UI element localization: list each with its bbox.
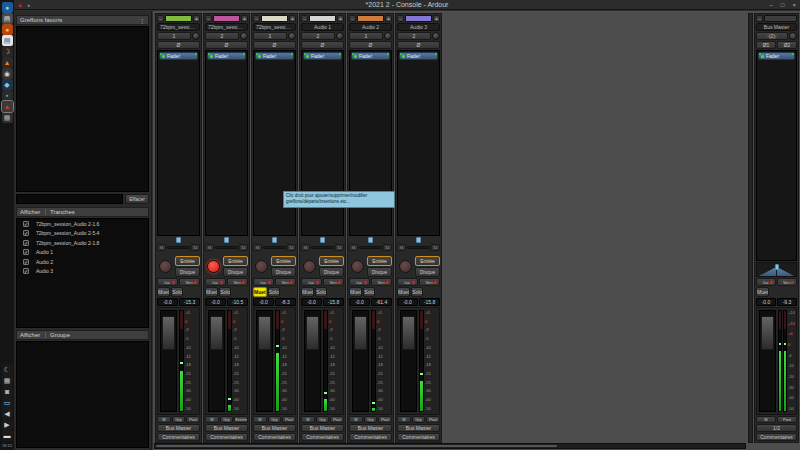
favorites-menu-icon[interactable]: ⋮ [139,17,145,24]
strip-visibility-icon[interactable]: ◉ [289,15,296,22]
pan-control[interactable]: G D [349,237,392,255]
pan-track[interactable] [359,246,382,249]
pan-marker[interactable] [368,237,373,243]
output-button[interactable]: Bus Master [349,424,392,432]
pan-marker[interactable] [272,237,277,243]
solo-lock-button[interactable]: Verr. [419,278,440,286]
record-arm-button[interactable] [255,260,268,273]
solo-button[interactable]: Solo [219,287,231,297]
strip-width-icon[interactable]: ↔ [253,15,260,22]
meter-point-button[interactable]: Post [330,416,344,423]
strip-list-row[interactable]: ✓ Audio 1 [17,248,148,258]
trim-knob[interactable] [384,32,392,40]
processor-box[interactable]: Fader [253,50,296,236]
strip-visible-checkbox[interactable]: ✓ [23,221,29,227]
peak-display[interactable]: -10.5 [227,298,248,306]
mute-button[interactable]: Muet [157,287,170,297]
strip-visibility-icon[interactable]: ◉ [193,15,200,22]
gain-fader[interactable] [208,310,225,412]
group-button[interactable]: Grp [172,416,186,423]
comments-button[interactable]: Commentaires [397,433,440,441]
peak-display[interactable]: -61.4 [371,298,392,306]
utility-icon[interactable]: ▦ [2,112,13,123]
peak-display[interactable]: -9.3 [777,298,797,306]
firefox-icon[interactable]: ● [2,24,13,35]
fader-led-icon[interactable] [258,55,261,58]
window-titlebar[interactable]: ▲ ● *2021 2 - Console - Ardour – □ × [14,0,800,10]
display-icon[interactable]: ▭ [2,397,13,408]
processor-box[interactable]: Fader [349,50,392,236]
strip-name-button[interactable]: Audio 2 [349,23,392,31]
strip-width-icon[interactable]: ↔ [205,15,212,22]
solo-isolate-button[interactable]: Iso. [349,278,370,286]
comments-button[interactable]: Commentaires [756,433,797,441]
text-editor-icon[interactable]: ▤ [2,35,13,46]
solo-button[interactable]: Solo [411,287,423,297]
fader-led-icon[interactable] [402,55,405,58]
solo-lock-button[interactable]: Verr. [371,278,392,286]
group-list[interactable] [16,341,149,448]
fader-led-icon[interactable] [162,55,165,58]
clear-search-button[interactable]: Effacer [125,194,149,204]
midi-input-button[interactable]: M [397,416,411,423]
processor-box[interactable]: Fader [157,50,200,236]
processor-box[interactable]: Fader [205,50,248,236]
media-reel-icon[interactable]: ◉ [2,68,13,79]
midi-input-button[interactable]: M [205,416,219,423]
solo-lock-button[interactable]: Verr. [227,278,248,286]
phase-invert-button[interactable]: Ø [301,41,344,49]
strip-width-icon[interactable]: ↔ [756,15,763,22]
fader-led-icon[interactable] [210,55,213,58]
strip-color-bar[interactable] [261,15,288,22]
strip-input-button[interactable]: 2 [205,32,239,40]
strip-color-bar[interactable] [309,15,336,22]
pan-control[interactable]: G D [301,237,344,255]
gain-fader[interactable] [256,310,273,412]
output-button[interactable]: Bus Master [253,424,296,432]
solo-isolate-button[interactable]: Iso. [301,278,322,286]
fader-led-icon[interactable] [306,55,309,58]
fader-processor[interactable]: Fader [399,52,438,60]
mute-button[interactable]: Muet [397,287,410,297]
input-monitor-button[interactable]: Entrée [175,256,200,266]
gain-fader[interactable] [304,310,321,412]
midi-input-button[interactable]: M [253,416,267,423]
fader-handle[interactable] [306,316,319,350]
fader-handle[interactable] [258,316,271,350]
strip-visible-checkbox[interactable]: ✓ [23,249,29,255]
strip-list-row[interactable]: ✓ Audio 3 [17,267,148,277]
midi-input-button[interactable]: M [756,416,776,423]
chat-icon[interactable]: ▬ [2,430,13,441]
pan-track[interactable] [215,246,238,249]
peak-display[interactable]: -15.3 [179,298,200,306]
fader-led-icon[interactable] [761,55,764,58]
record-arm-button[interactable] [303,260,316,273]
strip-input-button[interactable]: 2 [397,32,431,40]
pan-track[interactable] [263,246,286,249]
gain-fader[interactable] [352,310,369,412]
disk-monitor-button[interactable]: Disque [319,267,344,277]
fader-processor[interactable]: Fader [303,52,342,60]
vertical-scrollbar[interactable] [748,13,753,443]
strip-visibility-icon[interactable]: ◉ [385,15,392,22]
solo-button[interactable]: Solo [363,287,375,297]
strip-width-icon[interactable]: ↔ [349,15,356,22]
input-monitor-button[interactable]: Entrée [367,256,392,266]
fader-processor[interactable]: Fader [255,52,294,60]
pan-track[interactable] [311,246,334,249]
pan-marker[interactable] [416,237,421,243]
comments-button[interactable]: Commentaires [205,433,248,441]
gain-display[interactable]: -0.0 [253,298,274,306]
midi-input-button[interactable]: M [301,416,315,423]
mute-button[interactable]: Muet [205,287,218,297]
strip-list-row[interactable]: ✓ Audio 2 [17,257,148,267]
master-input-button[interactable]: -(2)- [756,32,788,40]
phase-invert-button[interactable]: Ø [157,41,200,49]
strip-visibility-icon[interactable]: ◉ [433,15,440,22]
meter-point-button[interactable]: Entrée [234,416,248,423]
pan-track[interactable] [167,246,190,249]
strip-input-button[interactable]: 1 [349,32,383,40]
vlc-icon[interactable]: ▲ [2,57,13,68]
disk-monitor-button[interactable]: Disque [175,267,200,277]
fader-handle[interactable] [354,316,367,350]
